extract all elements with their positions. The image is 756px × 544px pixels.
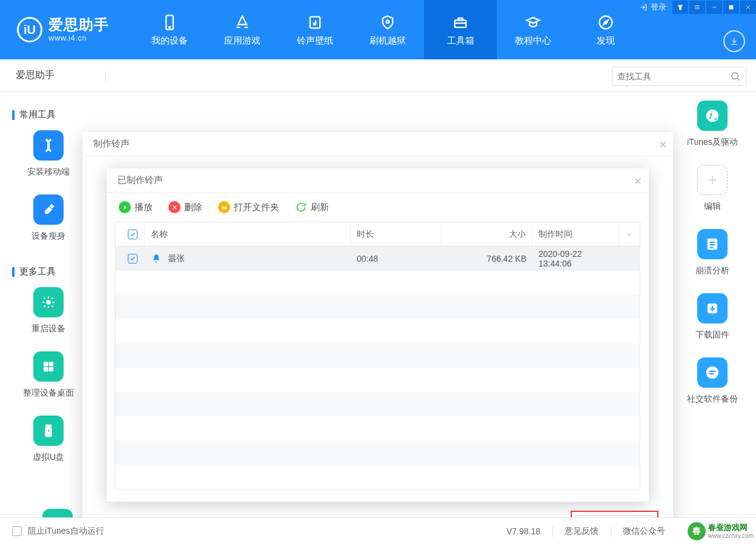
shield-icon	[379, 13, 396, 32]
nav-jailbreak[interactable]: 刷机越狱	[351, 0, 424, 59]
table-row	[116, 368, 640, 392]
table-row	[116, 440, 640, 465]
brand-name: 爱思助手	[48, 17, 109, 33]
wechat-link[interactable]: 微信公众号	[623, 526, 665, 537]
breadcrumb: 爱思助手	[16, 69, 55, 82]
brand-url: www.i4.cn	[48, 33, 109, 42]
header: iU 爱思助手 www.i4.cn 我的设备 应用游戏 铃声壁纸 刷机越狱 工具…	[0, 0, 756, 59]
skin-button[interactable]	[672, 1, 688, 14]
svg-rect-14	[729, 5, 733, 9]
refresh-icon	[295, 201, 307, 213]
svg-point-1	[169, 27, 170, 28]
block-itunes-checkbox[interactable]	[12, 526, 22, 536]
row-size: 766.42 KB	[442, 254, 532, 264]
row-duration: 00:48	[351, 254, 442, 264]
col-duration[interactable]: 时长	[351, 222, 442, 246]
nav-apps[interactable]: 应用游戏	[206, 0, 279, 59]
menu-icon	[694, 4, 701, 11]
row-name: 嚣张	[168, 253, 185, 263]
search-icon	[730, 71, 741, 82]
table-row	[116, 465, 640, 489]
logo-area: iU 爱思助手 www.i4.cn	[0, 0, 124, 59]
block-itunes-label: 阻止iTunes自动运行	[28, 526, 104, 537]
appstore-icon	[234, 13, 251, 32]
table-row	[116, 271, 640, 295]
overlay: 制作铃声 × 已制作铃声 × 播放 删除 打开文件夹	[0, 119, 756, 491]
col-size[interactable]: 大小	[442, 222, 532, 246]
minimize-icon	[711, 4, 718, 11]
delete-button[interactable]: 删除	[168, 201, 202, 213]
table-row[interactable]: 嚣张 00:48 766.42 KB 2020-09-22 13:44:06	[116, 247, 640, 271]
phone-icon	[161, 13, 178, 32]
col-created[interactable]: 制作时间	[532, 222, 619, 246]
version-label: V7.98.18	[506, 526, 540, 536]
bell-icon	[151, 253, 162, 264]
modal1-close[interactable]: ×	[659, 137, 667, 153]
music-icon	[307, 13, 323, 32]
close-icon	[744, 4, 752, 11]
peek-tiles	[42, 509, 73, 517]
search-box[interactable]	[612, 67, 746, 86]
folder-icon	[218, 201, 230, 213]
maximize-icon	[728, 4, 735, 11]
svg-line-19	[737, 78, 740, 81]
chevron-down-icon	[626, 231, 633, 238]
close-button[interactable]	[740, 1, 756, 14]
nav-tutorials[interactable]: 教程中心	[497, 0, 569, 59]
statusbar: 阻止iTunes自动运行 V7.98.18 意见反馈 微信公众号	[0, 517, 756, 544]
graduation-icon	[525, 13, 542, 32]
table-header: 名称 时长 大小 制作时间	[116, 222, 640, 247]
main-area: 爱思助手 常用工具 安装移动端 设备瘦身 更多工具 重启设备 整	[0, 59, 756, 517]
play-icon	[119, 201, 131, 213]
separator	[105, 69, 106, 82]
table-row	[116, 343, 640, 368]
maximize-button[interactable]	[723, 1, 739, 14]
nav-my-device[interactable]: 我的设备	[133, 0, 206, 59]
table-row	[116, 416, 640, 440]
row-created: 2020-09-22 13:44:06	[532, 249, 619, 268]
svg-point-6	[386, 20, 390, 23]
download-icon	[729, 36, 739, 46]
watermark-icon: 春	[688, 522, 706, 540]
feedback-link[interactable]: 意见反馈	[565, 526, 598, 537]
main-nav: 我的设备 应用游戏 铃声壁纸 刷机越狱 工具箱 教程中心 发现	[133, 0, 642, 59]
modal-make-ringtone: 制作铃声 × 已制作铃声 × 播放 删除 打开文件夹	[82, 132, 673, 544]
row-checkbox[interactable]	[128, 254, 138, 264]
shirt-icon	[677, 4, 684, 11]
nav-discover[interactable]: 发现	[569, 0, 642, 59]
refresh-button[interactable]: 刷新	[295, 201, 329, 213]
table-row	[116, 295, 640, 319]
modal-made-ringtones: 已制作铃声 × 播放 删除 打开文件夹	[107, 168, 649, 502]
svg-point-18	[732, 73, 738, 79]
open-folder-button[interactable]: 打开文件夹	[218, 201, 279, 213]
download-indicator[interactable]	[723, 30, 745, 52]
col-checkbox[interactable]	[116, 222, 145, 246]
login-button[interactable]: 登录	[635, 2, 671, 13]
modal2-title: 已制作铃声	[107, 168, 649, 193]
table-row	[116, 392, 640, 416]
minimize-button[interactable]	[706, 1, 722, 14]
play-button[interactable]: 播放	[119, 201, 153, 213]
modal2-toolbar: 播放 删除 打开文件夹 刷新	[107, 193, 649, 222]
login-icon	[640, 3, 648, 12]
svg-point-5	[314, 22, 316, 25]
logo-text: 爱思助手 www.i4.cn	[48, 17, 109, 42]
col-name[interactable]: 名称	[145, 222, 351, 246]
modal2-close[interactable]: ×	[634, 174, 642, 188]
check-icon	[130, 256, 136, 262]
menu-button[interactable]	[689, 1, 705, 14]
check-icon	[130, 231, 136, 237]
watermark: 春 春蚕游戏网 www.czcnxy.com	[688, 522, 754, 540]
compass-icon	[597, 13, 614, 32]
nav-ringtones[interactable]: 铃声壁纸	[279, 0, 351, 59]
toolbox-icon	[452, 13, 469, 32]
table-row	[116, 319, 640, 343]
search-input[interactable]	[617, 71, 730, 81]
window-controls: 登录	[635, 0, 756, 15]
nav-toolbox[interactable]: 工具箱	[424, 0, 497, 59]
logo-icon: iU	[17, 17, 42, 42]
delete-icon	[168, 201, 181, 213]
ringtone-table: 名称 时长 大小 制作时间 嚣张 00:48 766.42 KB 2020-09…	[115, 222, 640, 489]
modal1-title: 制作铃声	[82, 132, 673, 156]
col-sort[interactable]	[619, 222, 640, 246]
